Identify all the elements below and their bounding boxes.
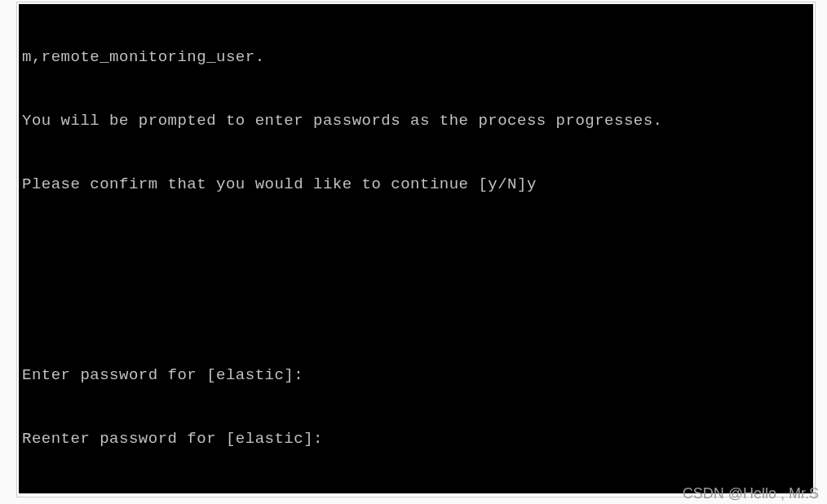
terminal[interactable]: m,remote_monitoring_user. You will be pr…: [19, 4, 813, 493]
terminal-line: [22, 301, 810, 322]
terminal-line: Enter password for [elastic]:: [22, 365, 810, 386]
terminal-line: [22, 237, 810, 259]
terminal-line: Please confirm that you would like to co…: [22, 174, 810, 195]
terminal-line: m,remote_monitoring_user.: [22, 46, 810, 68]
watermark-text: CSDN @Hello , Mr.S: [683, 485, 819, 502]
terminal-container: m,remote_monitoring_user. You will be pr…: [16, 2, 816, 497]
terminal-line: Reenter password for [elastic]:: [22, 428, 810, 449]
terminal-line: You will be prompted to enter passwords …: [22, 110, 810, 131]
